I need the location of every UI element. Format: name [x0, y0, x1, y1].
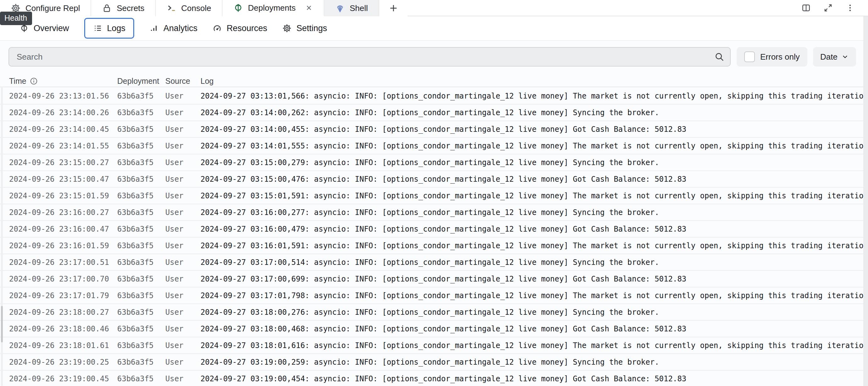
table-row[interactable]: 2024-09-26 23:16:00.47 63b6a3f5 User 202… — [0, 221, 868, 238]
log-message: 2024-09-27 03:17:00,514: asyncio: INFO: … — [200, 258, 868, 267]
tab-label: Shell — [350, 3, 368, 13]
nav-label: Logs — [107, 24, 126, 33]
log-source: User — [165, 241, 200, 250]
new-tab-button[interactable] — [379, 0, 408, 16]
log-deployment: 63b6a3f5 — [117, 275, 165, 283]
log-message: 2024-09-27 03:19:00,259: asyncio: INFO: … — [200, 358, 868, 366]
terminal-icon — [166, 3, 177, 13]
log-deployment: 63b6a3f5 — [117, 92, 165, 100]
log-message: 2024-09-27 03:16:00,479: asyncio: INFO: … — [200, 225, 868, 234]
log-time: 2024-09-26 23:15:01.59 — [9, 191, 117, 200]
tab-label: Secrets — [117, 3, 144, 13]
table-row[interactable]: 2024-09-26 23:17:00.70 63b6a3f5 User 202… — [0, 271, 868, 287]
tab-deployments[interactable]: Deployments — [222, 0, 324, 16]
table-row[interactable]: 2024-09-26 23:14:00.26 63b6a3f5 User 202… — [0, 105, 868, 121]
log-source: User — [165, 225, 200, 234]
log-message: 2024-09-27 03:15:00,279: asyncio: INFO: … — [200, 158, 868, 167]
nav-label: Overview — [34, 24, 69, 33]
log-message: 2024-09-27 03:15:01,591: asyncio: INFO: … — [200, 191, 868, 200]
nav-tab-settings[interactable]: Settings — [282, 24, 327, 33]
bar-chart-icon — [149, 24, 159, 33]
search-icon[interactable] — [714, 52, 724, 62]
log-source: User — [165, 208, 200, 217]
log-time: 2024-09-26 23:17:00.70 — [9, 275, 117, 283]
table-row[interactable]: 2024-09-26 23:17:01.79 63b6a3f5 User 202… — [0, 287, 868, 304]
log-source: User — [165, 125, 200, 134]
log-deployment: 63b6a3f5 — [117, 358, 165, 366]
logs-panel: Errors only Date Time Deployment — [0, 41, 868, 386]
log-source: User — [165, 308, 200, 317]
table-row[interactable]: 2024-09-26 23:18:00.27 63b6a3f5 User 202… — [0, 304, 868, 321]
log-time: 2024-09-26 23:13:01.56 — [9, 92, 117, 100]
tab-shell[interactable]: Shell — [324, 0, 379, 16]
log-deployment: 63b6a3f5 — [117, 125, 165, 134]
table-row[interactable]: 2024-09-26 23:15:00.27 63b6a3f5 User 202… — [0, 154, 868, 171]
table-row[interactable]: 2024-09-26 23:15:01.59 63b6a3f5 User 202… — [0, 188, 868, 204]
nav-tab-analytics[interactable]: Analytics — [149, 24, 197, 33]
log-message: 2024-09-27 03:15:00,476: asyncio: INFO: … — [200, 175, 868, 184]
column-header-source: Source — [165, 77, 200, 86]
log-deployment: 63b6a3f5 — [117, 225, 165, 234]
log-message: 2024-09-27 03:18:00,276: asyncio: INFO: … — [200, 308, 868, 317]
log-time: 2024-09-26 23:14:00.45 — [9, 125, 117, 134]
log-deployment: 63b6a3f5 — [117, 308, 165, 317]
table-row[interactable]: 2024-09-26 23:19:00.25 63b6a3f5 User 202… — [0, 354, 868, 371]
vertical-scrollbar-track[interactable] — [863, 16, 868, 386]
log-deployment: 63b6a3f5 — [117, 291, 165, 300]
log-time: 2024-09-26 23:15:00.27 — [9, 158, 117, 167]
table-row[interactable]: 2024-09-26 23:15:00.47 63b6a3f5 User 202… — [0, 171, 868, 188]
table-row[interactable]: 2024-09-26 23:17:00.51 63b6a3f5 User 202… — [0, 254, 868, 271]
errors-only-label: Errors only — [760, 52, 800, 62]
tab-secrets[interactable]: Secrets — [91, 0, 156, 16]
chevron-down-icon — [841, 53, 849, 61]
split-view-icon[interactable] — [801, 3, 811, 12]
nav-tab-resources[interactable]: Resources — [212, 24, 267, 33]
errors-only-filter[interactable]: Errors only — [737, 47, 807, 67]
log-time: 2024-09-26 23:14:01.55 — [9, 142, 117, 150]
more-options-icon[interactable] — [845, 3, 855, 12]
tab-label: Deployments — [248, 3, 296, 13]
tab-console[interactable]: Console — [156, 0, 222, 16]
log-time: 2024-09-26 23:15:00.47 — [9, 175, 117, 184]
table-row[interactable]: 2024-09-26 23:18:00.46 63b6a3f5 User 202… — [0, 321, 868, 337]
log-source: User — [165, 158, 200, 167]
log-source: User — [165, 374, 200, 383]
gauge-icon — [212, 24, 222, 33]
info-icon[interactable] — [30, 77, 38, 85]
errors-only-checkbox[interactable] — [744, 51, 755, 62]
log-deployment: 63b6a3f5 — [117, 258, 165, 267]
table-row[interactable]: 2024-09-26 23:14:01.55 63b6a3f5 User 202… — [0, 138, 868, 154]
logs-list-icon — [93, 24, 102, 33]
log-message: 2024-09-27 03:16:01,591: asyncio: INFO: … — [200, 241, 868, 250]
log-message: 2024-09-27 03:14:01,555: asyncio: INFO: … — [200, 142, 868, 150]
date-filter-dropdown[interactable]: Date — [813, 47, 856, 67]
log-table-body: 2024-09-26 23:13:01.56 63b6a3f5 User 202… — [0, 88, 868, 386]
log-time: 2024-09-26 23:19:00.25 — [9, 358, 117, 366]
search-input[interactable] — [8, 47, 731, 67]
log-time: 2024-09-26 23:17:01.79 — [9, 291, 117, 300]
log-message: 2024-09-27 03:17:01,798: asyncio: INFO: … — [200, 291, 868, 300]
log-time: 2024-09-26 23:17:00.51 — [9, 258, 117, 267]
log-message: 2024-09-27 03:14:00,455: asyncio: INFO: … — [200, 125, 868, 134]
close-icon[interactable] — [305, 4, 313, 12]
log-time: 2024-09-26 23:14:00.26 — [9, 108, 117, 117]
log-source: User — [165, 358, 200, 366]
log-message: 2024-09-27 03:16:00,277: asyncio: INFO: … — [200, 208, 868, 217]
log-message: 2024-09-27 03:13:01,566: asyncio: INFO: … — [200, 92, 868, 100]
log-deployment: 63b6a3f5 — [117, 208, 165, 217]
table-row[interactable]: 2024-09-26 23:13:01.56 63b6a3f5 User 202… — [0, 88, 868, 105]
expand-icon[interactable] — [824, 3, 833, 12]
table-row[interactable]: 2024-09-26 23:16:01.59 63b6a3f5 User 202… — [0, 238, 868, 254]
table-row[interactable]: 2024-09-26 23:16:00.27 63b6a3f5 User 202… — [0, 204, 868, 221]
left-scrollbar-thumb[interactable] — [1, 306, 3, 342]
nav-tab-logs[interactable]: Logs — [84, 18, 134, 39]
workspace-tab-bar: Configure Repl Secrets Console — [0, 0, 868, 16]
lock-icon — [102, 3, 112, 13]
table-row[interactable]: 2024-09-26 23:14:00.45 63b6a3f5 User 202… — [0, 121, 868, 138]
table-row[interactable]: 2024-09-26 23:18:01.61 63b6a3f5 User 202… — [0, 337, 868, 354]
deployments-logs-page: Configure Repl Secrets Console — [0, 0, 868, 386]
log-source: User — [165, 191, 200, 200]
log-deployment: 63b6a3f5 — [117, 158, 165, 167]
table-row[interactable]: 2024-09-26 23:19:00.45 63b6a3f5 User 202… — [0, 371, 868, 386]
log-message: 2024-09-27 03:18:01,616: asyncio: INFO: … — [200, 341, 868, 350]
